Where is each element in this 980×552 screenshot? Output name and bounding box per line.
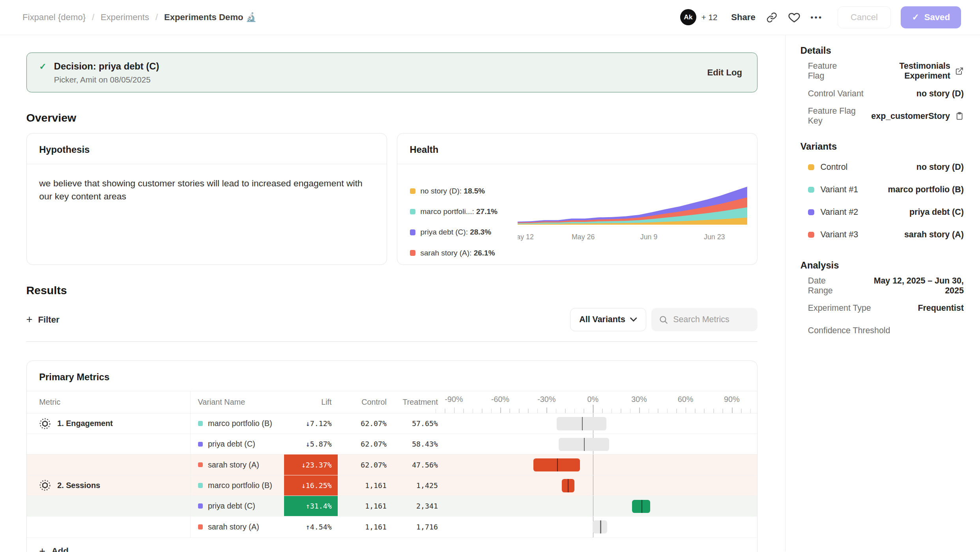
search-metrics-input[interactable]: [673, 315, 748, 325]
treatment-cell: 1,716: [387, 516, 438, 537]
share-button[interactable]: Share: [731, 12, 756, 23]
experiment-type-value: Frequentist: [918, 303, 963, 313]
lift-cell: ↓5.87%: [284, 434, 338, 454]
detail-row-control-variant: Control Variant no story (D): [800, 83, 964, 105]
ruler-tick: [750, 409, 751, 413]
legend-label: marco portfoli...: 27.1%: [421, 207, 497, 216]
collaborator-count[interactable]: + 12: [701, 13, 718, 22]
decision-check-icon: ✓: [39, 61, 47, 84]
ruler-tick: [473, 409, 473, 413]
legend-value: 26.1%: [474, 249, 495, 257]
saved-button[interactable]: ✓ Saved: [901, 6, 961, 28]
ruler-tick: [732, 407, 733, 413]
hypothesis-card: Hypothesis we believe that showing custo…: [26, 133, 387, 265]
col-variant-name: Variant Name: [191, 391, 284, 413]
analysis-title: Analysis: [800, 260, 964, 271]
ruler-tick: [686, 407, 686, 413]
results-divider: [26, 341, 757, 342]
variants-list: Controlno story (D)Variant #1marco portf…: [800, 156, 964, 246]
variant-name: sarah story (A): [208, 460, 259, 469]
ci-midpoint-tick: [582, 417, 583, 430]
detail-label: Feature Flag Key: [808, 106, 872, 126]
ruler-tick: [565, 409, 566, 413]
breadcrumb-separator: /: [92, 12, 94, 23]
health-legend-item: priya debt (C): 28.3%: [410, 228, 518, 237]
legend-label: priya debt (C): 28.3%: [421, 228, 492, 237]
cancel-button[interactable]: Cancel: [838, 6, 890, 29]
external-link-icon[interactable]: [955, 67, 963, 75]
breadcrumb-experiments[interactable]: Experiments: [101, 12, 149, 23]
metric-table-row: 1. Engagementmarco portfolio (B)↓7.12%62…: [27, 413, 757, 434]
ci-midpoint-tick: [641, 500, 642, 513]
search-metrics-box: [651, 308, 757, 331]
lift-cell: ↓7.12%: [284, 413, 338, 434]
add-filter-button[interactable]: + Filter: [26, 314, 60, 326]
legend-swatch: [410, 229, 415, 235]
ci-chart-cell: [438, 454, 757, 475]
ruler-tick: [546, 407, 547, 413]
ruler-tick: [463, 409, 464, 413]
analysis-label: Confidence Threshold: [808, 326, 890, 336]
variant-color-swatch: [808, 209, 814, 216]
all-variants-dropdown[interactable]: All Variants: [570, 308, 646, 331]
favorite-heart-icon[interactable]: [788, 11, 800, 24]
metric-cell: 1. Engagement: [27, 413, 191, 434]
ruler-tick: [704, 409, 705, 413]
ci-midpoint-tick: [584, 438, 585, 451]
plus-icon: +: [26, 314, 33, 326]
variant-value: priya debt (C): [909, 207, 964, 217]
variant-color-swatch: [808, 164, 814, 171]
ruler-tick: [556, 409, 557, 413]
metric-cell: [27, 434, 191, 454]
metric-target-icon: [39, 479, 51, 491]
ruler-tick: [519, 409, 520, 413]
breadcrumb-project[interactable]: Fixpanel {demo}: [22, 12, 86, 23]
ruler-tick: [630, 409, 631, 413]
lift-cell: ↓23.37%: [284, 454, 338, 475]
ruler-tick: [509, 409, 510, 413]
copy-link-icon[interactable]: [765, 11, 778, 24]
health-axis-label: Jun 23: [704, 233, 725, 241]
ruler-tick: [621, 409, 621, 413]
variant-cell: priya debt (C): [191, 434, 284, 454]
ruler-tick: [722, 409, 723, 413]
results-heading: Results: [26, 284, 757, 297]
main-content: ✓ Decision: priya debt (C) Picker, Amit …: [0, 35, 785, 552]
col-treatment: Treatment: [387, 391, 438, 413]
metric-name: 2. Sessions: [57, 481, 100, 490]
feature-flag-value[interactable]: Testimonials Experiment: [854, 61, 950, 81]
saved-label: Saved: [924, 12, 950, 23]
breadcrumb-separator: /: [155, 12, 158, 23]
variant-color-swatch: [808, 187, 814, 193]
variants-title: Variants: [800, 141, 964, 152]
detail-row-feature-flag-key: Feature Flag Key exp_customerStory: [800, 105, 964, 128]
variant-row: Variant #1marco portfolio (B): [800, 178, 964, 201]
variant-value: no story (D): [916, 162, 964, 172]
more-options-button[interactable]: •••: [810, 13, 823, 22]
edit-log-button[interactable]: Edit Log: [707, 68, 742, 78]
ci-midpoint-tick: [600, 520, 601, 533]
chevron-down-icon: [630, 317, 637, 322]
variant-name: priya debt (C): [208, 501, 255, 511]
ruler-tick: [639, 407, 640, 413]
hypothesis-title: Hypothesis: [27, 133, 387, 164]
metric-table-row: sarah story (A)↑4.54%1,1611,716: [27, 516, 757, 537]
legend-value: 28.3%: [470, 228, 491, 236]
health-axis-label: May 26: [572, 233, 595, 241]
detail-label: Feature Flag: [808, 61, 855, 81]
ruler-tick: [741, 409, 742, 413]
ruler-tick: [649, 409, 649, 413]
ruler-tick: [454, 407, 455, 413]
ruler-tick: [500, 407, 501, 413]
avatar[interactable]: Ak: [680, 9, 696, 25]
variants-section: Variants Controlno story (D)Variant #1ma…: [800, 141, 964, 246]
control-cell: 62.07%: [338, 454, 387, 475]
variant-value: marco portfolio (B): [888, 185, 963, 195]
add-metric-button[interactable]: + Add: [27, 537, 757, 552]
col-lift: Lift: [284, 391, 338, 413]
variant-slot-label: Variant #1: [820, 185, 858, 195]
ruler-tick: [695, 409, 696, 413]
clipboard-copy-icon[interactable]: [955, 112, 964, 120]
variant-cell: sarah story (A): [191, 516, 284, 537]
variant-swatch: [198, 503, 203, 509]
